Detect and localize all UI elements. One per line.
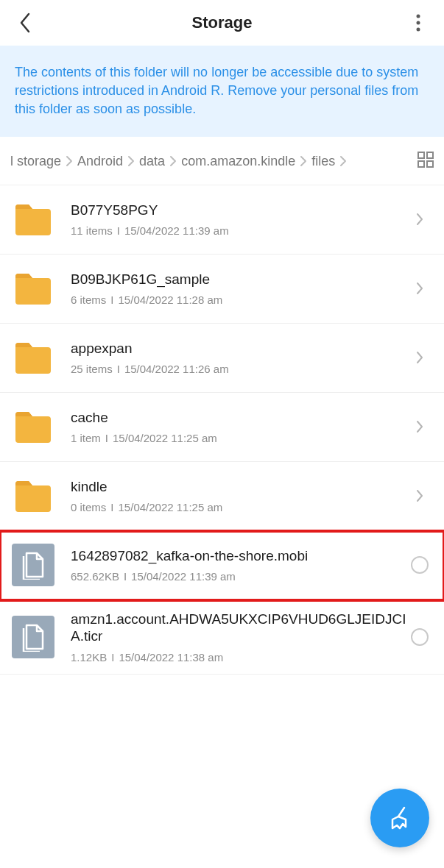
chevron-right-icon	[300, 155, 307, 167]
item-select-radio[interactable]	[407, 628, 432, 646]
item-meta-primary: 1.12KB	[71, 651, 107, 664]
list-item[interactable]: appexpan25 itemsI15/04/2022 11:26 am	[0, 324, 444, 393]
list-item[interactable]: B09BJKP61G_sample6 itemsI15/04/2022 11:2…	[0, 255, 444, 324]
chevron-right-icon	[127, 155, 135, 167]
list-item-body: B077Y58PGY11 itemsI15/04/2022 11:39 am	[54, 202, 407, 238]
item-meta-secondary: 15/04/2022 11:25 am	[119, 501, 223, 513]
item-name: amzn1.account.AHDWA5UKXCIP6VHUD6GLJEIDJC…	[71, 611, 407, 646]
svg-rect-3	[418, 152, 424, 158]
breadcrumb: l storageAndroiddatacom.amazon.kindlefil…	[0, 137, 444, 185]
folder-icon	[13, 406, 54, 447]
item-meta-primary: 1 item	[71, 432, 101, 444]
meta-divider: I	[110, 501, 113, 513]
item-meta-primary: 652.62KB	[71, 570, 119, 583]
warning-banner: The contents of this folder will no long…	[0, 46, 444, 137]
folder-icon-wrap	[12, 405, 54, 448]
item-meta-secondary: 15/04/2022 11:28 am	[119, 294, 223, 306]
list-item-body: B09BJKP61G_sample6 itemsI15/04/2022 11:2…	[54, 271, 407, 307]
list-item-body: amzn1.account.AHDWA5UKXCIP6VHUD6GLJEIDJC…	[54, 611, 407, 664]
item-meta: 11 itemsI15/04/2022 11:39 am	[71, 224, 407, 237]
item-meta-secondary: 15/04/2022 11:26 am	[124, 363, 229, 375]
item-meta: 0 itemsI15/04/2022 11:25 am	[71, 501, 407, 513]
item-name: appexpan	[71, 340, 407, 357]
svg-point-1	[416, 21, 420, 25]
list-item-body: cache1 itemI15/04/2022 11:25 am	[54, 409, 407, 445]
item-disclosure	[407, 281, 432, 296]
folder-icon	[13, 199, 54, 240]
kebab-icon	[416, 14, 420, 32]
meta-divider: I	[117, 224, 120, 237]
folder-icon	[13, 337, 54, 378]
app-header: Storage	[0, 0, 444, 46]
chevron-right-icon	[169, 155, 177, 167]
list-item-body: kindle0 itemsI15/04/2022 11:25 am	[54, 478, 407, 514]
folder-icon-wrap	[12, 267, 54, 310]
folder-icon-wrap	[12, 336, 54, 379]
folder-icon-wrap	[12, 474, 54, 517]
grid-view-toggle[interactable]	[417, 152, 434, 171]
file-icon	[21, 550, 46, 580]
chevron-right-icon	[415, 212, 424, 227]
svg-point-0	[416, 15, 420, 18]
list-item-body: 1642897082_kafka-on-the-shore.mobi652.62…	[54, 547, 407, 583]
list-item[interactable]: 1642897082_kafka-on-the-shore.mobi652.62…	[0, 531, 444, 600]
svg-rect-6	[427, 161, 433, 167]
broom-icon	[385, 803, 415, 833]
chevron-left-icon	[19, 13, 32, 33]
list-item[interactable]: cache1 itemI15/04/2022 11:25 am	[0, 393, 444, 462]
meta-divider: I	[124, 570, 127, 583]
svg-rect-5	[418, 161, 424, 167]
item-meta: 652.62KBI15/04/2022 11:39 am	[71, 570, 407, 583]
item-meta-secondary: 15/04/2022 11:38 am	[119, 651, 223, 664]
folder-icon	[13, 268, 54, 309]
grid-icon	[417, 152, 434, 168]
item-select-radio[interactable]	[407, 556, 432, 574]
breadcrumb-segment[interactable]: l storage	[10, 154, 61, 169]
chevron-right-icon	[415, 419, 424, 434]
breadcrumb-segment[interactable]: files	[311, 154, 335, 169]
file-icon-wrap	[12, 544, 54, 586]
back-button[interactable]	[13, 10, 38, 35]
chevron-right-icon	[415, 281, 424, 296]
radio-unchecked-icon	[411, 556, 429, 574]
item-meta: 1 itemI15/04/2022 11:25 am	[71, 432, 407, 444]
item-meta-primary: 25 items	[71, 363, 113, 375]
breadcrumb-segment[interactable]: data	[139, 154, 165, 169]
item-meta: 1.12KBI15/04/2022 11:38 am	[71, 651, 407, 664]
item-meta: 25 itemsI15/04/2022 11:26 am	[71, 363, 407, 375]
item-disclosure	[407, 419, 432, 434]
svg-rect-4	[427, 152, 433, 158]
page-title: Storage	[192, 13, 253, 32]
item-name: kindle	[71, 478, 407, 496]
chevron-right-icon	[415, 488, 424, 503]
item-meta-secondary: 15/04/2022 11:39 am	[124, 224, 229, 237]
item-name: cache	[71, 409, 407, 427]
more-options-button[interactable]	[406, 10, 431, 35]
meta-divider: I	[111, 651, 114, 664]
item-meta-primary: 11 items	[71, 224, 113, 237]
folder-icon-wrap	[12, 198, 54, 241]
chevron-right-icon	[339, 155, 347, 167]
clean-fab-button[interactable]	[370, 789, 429, 847]
file-list: B077Y58PGY11 itemsI15/04/2022 11:39 amB0…	[0, 185, 444, 675]
svg-point-2	[416, 28, 420, 32]
breadcrumb-segment[interactable]: com.amazon.kindle	[181, 154, 295, 169]
file-icon	[21, 622, 46, 652]
item-disclosure	[407, 350, 432, 365]
item-name: B09BJKP61G_sample	[71, 271, 407, 288]
list-item[interactable]: amzn1.account.AHDWA5UKXCIP6VHUD6GLJEIDJC…	[0, 600, 444, 675]
meta-divider: I	[110, 294, 113, 306]
file-icon-wrap	[12, 616, 54, 658]
folder-icon	[13, 475, 54, 516]
list-item[interactable]: kindle0 itemsI15/04/2022 11:25 am	[0, 462, 444, 531]
item-meta-primary: 0 items	[71, 501, 106, 513]
breadcrumb-segment[interactable]: Android	[77, 154, 123, 169]
list-item[interactable]: B077Y58PGY11 itemsI15/04/2022 11:39 am	[0, 185, 444, 255]
item-name: B077Y58PGY	[71, 202, 407, 219]
item-name: 1642897082_kafka-on-the-shore.mobi	[71, 547, 407, 565]
item-disclosure	[407, 488, 432, 503]
item-disclosure	[407, 212, 432, 227]
item-meta: 6 itemsI15/04/2022 11:28 am	[71, 294, 407, 306]
item-meta-secondary: 15/04/2022 11:25 am	[113, 432, 217, 444]
list-item-body: appexpan25 itemsI15/04/2022 11:26 am	[54, 340, 407, 376]
